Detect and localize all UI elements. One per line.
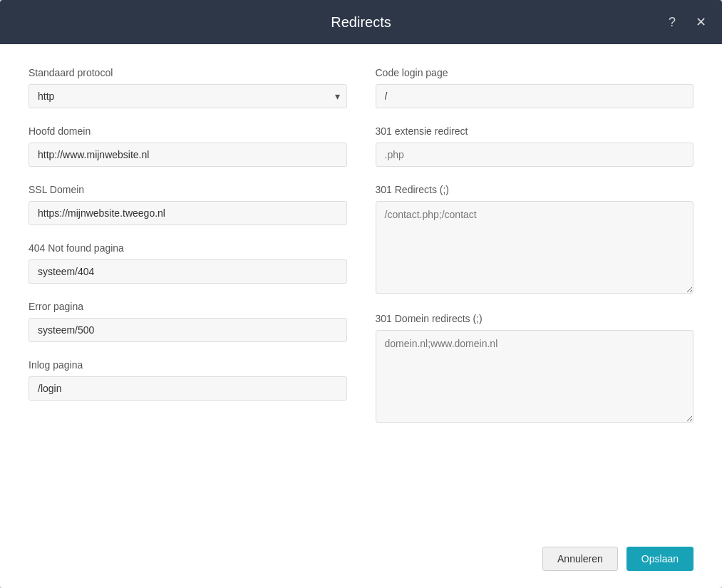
domein-redirects-group: 301 Domein redirects (;) [376,313,694,425]
not-found-label: 404 Not found pagina [29,242,347,254]
domein-redirects-label: 301 Domein redirects (;) [376,313,694,324]
ssl-domein-label: SSL Domein [29,184,347,195]
save-button[interactable]: Opslaan [626,547,693,571]
close-icon: ✕ [696,14,706,30]
right-column: Code login page 301 extensie redirect 30… [376,67,694,442]
help-icon: ? [669,15,676,30]
error-pagina-input[interactable] [29,318,347,342]
error-pagina-label: Error pagina [29,301,347,312]
standaard-protocol-label: Standaard protocol [29,67,347,78]
inlog-pagina-input[interactable] [29,376,347,401]
not-found-group: 404 Not found pagina [29,242,347,284]
hoofd-domein-label: Hoofd domein [29,125,347,137]
standaard-protocol-select-wrapper: http https ▾ [29,84,347,108]
standaard-protocol-group: Standaard protocol http https ▾ [29,67,347,108]
inlog-pagina-label: Inlog pagina [29,359,347,371]
inlog-pagina-group: Inlog pagina [29,359,347,401]
close-button[interactable]: ✕ [691,12,711,32]
modal-header: Redirects ? ✕ [0,0,722,44]
modal-footer: Annuleren Opslaan [0,535,722,588]
form-grid: Standaard protocol http https ▾ Hoofd do… [29,67,693,442]
left-column: Standaard protocol http https ▾ Hoofd do… [29,67,347,442]
code-login-input[interactable] [376,84,694,108]
code-login-group: Code login page [376,67,694,108]
ssl-domein-input[interactable] [29,201,347,225]
extensie-redirect-group: 301 extensie redirect [376,125,694,167]
modal-body: Standaard protocol http https ▾ Hoofd do… [0,44,722,535]
redirects-301-label: 301 Redirects (;) [376,184,694,195]
modal-title: Redirects [331,14,391,31]
extensie-redirect-input[interactable] [376,143,694,167]
standaard-protocol-select[interactable]: http https [29,84,347,108]
redirects-301-textarea[interactable] [376,201,694,294]
redirects-301-group: 301 Redirects (;) [376,184,694,296]
hoofd-domein-input[interactable] [29,143,347,167]
code-login-label: Code login page [376,67,694,78]
header-actions: ? ✕ [662,12,711,32]
cancel-button[interactable]: Annuleren [542,547,618,571]
domein-redirects-textarea[interactable] [376,330,694,423]
hoofd-domein-group: Hoofd domein [29,125,347,167]
modal-redirects: Redirects ? ✕ Standaard protocol http [0,0,722,588]
help-button[interactable]: ? [662,12,682,32]
ssl-domein-group: SSL Domein [29,184,347,225]
extensie-redirect-label: 301 extensie redirect [376,125,694,137]
error-pagina-group: Error pagina [29,301,347,342]
not-found-input[interactable] [29,259,347,284]
